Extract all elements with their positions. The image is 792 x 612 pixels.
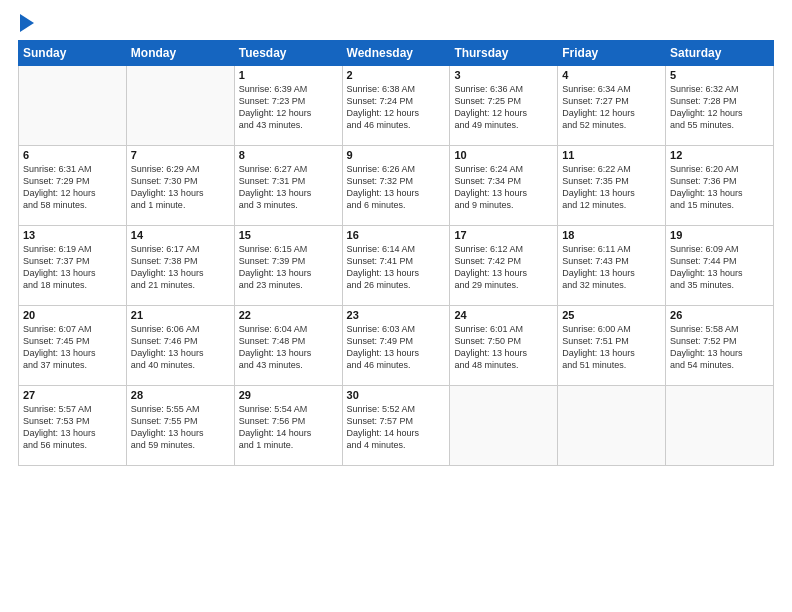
cell-info: Sunrise: 6:06 AM Sunset: 7:46 PM Dayligh… xyxy=(131,323,230,372)
calendar-cell: 28Sunrise: 5:55 AM Sunset: 7:55 PM Dayli… xyxy=(126,386,234,466)
logo-arrow-icon xyxy=(20,14,34,32)
cell-info: Sunrise: 6:09 AM Sunset: 7:44 PM Dayligh… xyxy=(670,243,769,292)
cell-info: Sunrise: 6:32 AM Sunset: 7:28 PM Dayligh… xyxy=(670,83,769,132)
day-number: 30 xyxy=(347,389,446,401)
day-number: 29 xyxy=(239,389,338,401)
day-number: 26 xyxy=(670,309,769,321)
day-number: 21 xyxy=(131,309,230,321)
calendar-cell: 12Sunrise: 6:20 AM Sunset: 7:36 PM Dayli… xyxy=(666,146,774,226)
day-header-saturday: Saturday xyxy=(666,41,774,66)
cell-info: Sunrise: 6:24 AM Sunset: 7:34 PM Dayligh… xyxy=(454,163,553,212)
calendar-week-2: 13Sunrise: 6:19 AM Sunset: 7:37 PM Dayli… xyxy=(19,226,774,306)
day-header-sunday: Sunday xyxy=(19,41,127,66)
header-row: SundayMondayTuesdayWednesdayThursdayFrid… xyxy=(19,41,774,66)
calendar-cell: 9Sunrise: 6:26 AM Sunset: 7:32 PM Daylig… xyxy=(342,146,450,226)
day-header-tuesday: Tuesday xyxy=(234,41,342,66)
day-number: 7 xyxy=(131,149,230,161)
cell-info: Sunrise: 6:38 AM Sunset: 7:24 PM Dayligh… xyxy=(347,83,446,132)
calendar-cell: 30Sunrise: 5:52 AM Sunset: 7:57 PM Dayli… xyxy=(342,386,450,466)
cell-info: Sunrise: 6:39 AM Sunset: 7:23 PM Dayligh… xyxy=(239,83,338,132)
cell-info: Sunrise: 6:17 AM Sunset: 7:38 PM Dayligh… xyxy=(131,243,230,292)
day-number: 18 xyxy=(562,229,661,241)
calendar-cell xyxy=(126,66,234,146)
day-number: 9 xyxy=(347,149,446,161)
calendar-cell: 4Sunrise: 6:34 AM Sunset: 7:27 PM Daylig… xyxy=(558,66,666,146)
day-number: 10 xyxy=(454,149,553,161)
day-number: 2 xyxy=(347,69,446,81)
cell-info: Sunrise: 6:34 AM Sunset: 7:27 PM Dayligh… xyxy=(562,83,661,132)
calendar-cell: 5Sunrise: 6:32 AM Sunset: 7:28 PM Daylig… xyxy=(666,66,774,146)
calendar-cell: 7Sunrise: 6:29 AM Sunset: 7:30 PM Daylig… xyxy=(126,146,234,226)
day-number: 12 xyxy=(670,149,769,161)
day-number: 1 xyxy=(239,69,338,81)
day-number: 13 xyxy=(23,229,122,241)
day-number: 16 xyxy=(347,229,446,241)
calendar-cell: 27Sunrise: 5:57 AM Sunset: 7:53 PM Dayli… xyxy=(19,386,127,466)
calendar-body: 1Sunrise: 6:39 AM Sunset: 7:23 PM Daylig… xyxy=(19,66,774,466)
calendar-week-3: 20Sunrise: 6:07 AM Sunset: 7:45 PM Dayli… xyxy=(19,306,774,386)
calendar-week-0: 1Sunrise: 6:39 AM Sunset: 7:23 PM Daylig… xyxy=(19,66,774,146)
day-number: 20 xyxy=(23,309,122,321)
day-header-thursday: Thursday xyxy=(450,41,558,66)
page: SundayMondayTuesdayWednesdayThursdayFrid… xyxy=(0,0,792,612)
calendar-cell: 17Sunrise: 6:12 AM Sunset: 7:42 PM Dayli… xyxy=(450,226,558,306)
day-number: 11 xyxy=(562,149,661,161)
cell-info: Sunrise: 6:07 AM Sunset: 7:45 PM Dayligh… xyxy=(23,323,122,372)
calendar-cell: 23Sunrise: 6:03 AM Sunset: 7:49 PM Dayli… xyxy=(342,306,450,386)
calendar-cell: 10Sunrise: 6:24 AM Sunset: 7:34 PM Dayli… xyxy=(450,146,558,226)
cell-info: Sunrise: 5:52 AM Sunset: 7:57 PM Dayligh… xyxy=(347,403,446,452)
cell-info: Sunrise: 5:58 AM Sunset: 7:52 PM Dayligh… xyxy=(670,323,769,372)
cell-info: Sunrise: 6:31 AM Sunset: 7:29 PM Dayligh… xyxy=(23,163,122,212)
calendar-week-4: 27Sunrise: 5:57 AM Sunset: 7:53 PM Dayli… xyxy=(19,386,774,466)
cell-info: Sunrise: 5:55 AM Sunset: 7:55 PM Dayligh… xyxy=(131,403,230,452)
cell-info: Sunrise: 5:57 AM Sunset: 7:53 PM Dayligh… xyxy=(23,403,122,452)
logo xyxy=(18,16,34,32)
cell-info: Sunrise: 6:14 AM Sunset: 7:41 PM Dayligh… xyxy=(347,243,446,292)
day-number: 15 xyxy=(239,229,338,241)
day-number: 4 xyxy=(562,69,661,81)
calendar-cell: 21Sunrise: 6:06 AM Sunset: 7:46 PM Dayli… xyxy=(126,306,234,386)
day-header-wednesday: Wednesday xyxy=(342,41,450,66)
calendar-cell: 29Sunrise: 5:54 AM Sunset: 7:56 PM Dayli… xyxy=(234,386,342,466)
cell-info: Sunrise: 6:36 AM Sunset: 7:25 PM Dayligh… xyxy=(454,83,553,132)
cell-info: Sunrise: 6:15 AM Sunset: 7:39 PM Dayligh… xyxy=(239,243,338,292)
calendar-week-1: 6Sunrise: 6:31 AM Sunset: 7:29 PM Daylig… xyxy=(19,146,774,226)
day-number: 3 xyxy=(454,69,553,81)
day-number: 25 xyxy=(562,309,661,321)
calendar-cell: 13Sunrise: 6:19 AM Sunset: 7:37 PM Dayli… xyxy=(19,226,127,306)
day-number: 19 xyxy=(670,229,769,241)
calendar-cell: 24Sunrise: 6:01 AM Sunset: 7:50 PM Dayli… xyxy=(450,306,558,386)
calendar-cell: 19Sunrise: 6:09 AM Sunset: 7:44 PM Dayli… xyxy=(666,226,774,306)
calendar-cell: 14Sunrise: 6:17 AM Sunset: 7:38 PM Dayli… xyxy=(126,226,234,306)
cell-info: Sunrise: 6:19 AM Sunset: 7:37 PM Dayligh… xyxy=(23,243,122,292)
calendar-cell: 11Sunrise: 6:22 AM Sunset: 7:35 PM Dayli… xyxy=(558,146,666,226)
day-number: 17 xyxy=(454,229,553,241)
calendar-cell: 8Sunrise: 6:27 AM Sunset: 7:31 PM Daylig… xyxy=(234,146,342,226)
day-number: 8 xyxy=(239,149,338,161)
cell-info: Sunrise: 6:29 AM Sunset: 7:30 PM Dayligh… xyxy=(131,163,230,212)
cell-info: Sunrise: 6:12 AM Sunset: 7:42 PM Dayligh… xyxy=(454,243,553,292)
calendar-cell: 20Sunrise: 6:07 AM Sunset: 7:45 PM Dayli… xyxy=(19,306,127,386)
calendar-cell: 1Sunrise: 6:39 AM Sunset: 7:23 PM Daylig… xyxy=(234,66,342,146)
day-header-friday: Friday xyxy=(558,41,666,66)
day-number: 5 xyxy=(670,69,769,81)
calendar-cell: 18Sunrise: 6:11 AM Sunset: 7:43 PM Dayli… xyxy=(558,226,666,306)
day-number: 14 xyxy=(131,229,230,241)
cell-info: Sunrise: 6:00 AM Sunset: 7:51 PM Dayligh… xyxy=(562,323,661,372)
cell-info: Sunrise: 6:03 AM Sunset: 7:49 PM Dayligh… xyxy=(347,323,446,372)
calendar-cell: 3Sunrise: 6:36 AM Sunset: 7:25 PM Daylig… xyxy=(450,66,558,146)
cell-info: Sunrise: 6:27 AM Sunset: 7:31 PM Dayligh… xyxy=(239,163,338,212)
day-number: 22 xyxy=(239,309,338,321)
calendar-header: SundayMondayTuesdayWednesdayThursdayFrid… xyxy=(19,41,774,66)
calendar-cell xyxy=(19,66,127,146)
day-header-monday: Monday xyxy=(126,41,234,66)
cell-info: Sunrise: 6:11 AM Sunset: 7:43 PM Dayligh… xyxy=(562,243,661,292)
day-number: 28 xyxy=(131,389,230,401)
cell-info: Sunrise: 6:26 AM Sunset: 7:32 PM Dayligh… xyxy=(347,163,446,212)
calendar-cell: 26Sunrise: 5:58 AM Sunset: 7:52 PM Dayli… xyxy=(666,306,774,386)
header xyxy=(18,16,774,32)
cell-info: Sunrise: 6:04 AM Sunset: 7:48 PM Dayligh… xyxy=(239,323,338,372)
cell-info: Sunrise: 6:01 AM Sunset: 7:50 PM Dayligh… xyxy=(454,323,553,372)
cell-info: Sunrise: 5:54 AM Sunset: 7:56 PM Dayligh… xyxy=(239,403,338,452)
calendar-cell: 25Sunrise: 6:00 AM Sunset: 7:51 PM Dayli… xyxy=(558,306,666,386)
